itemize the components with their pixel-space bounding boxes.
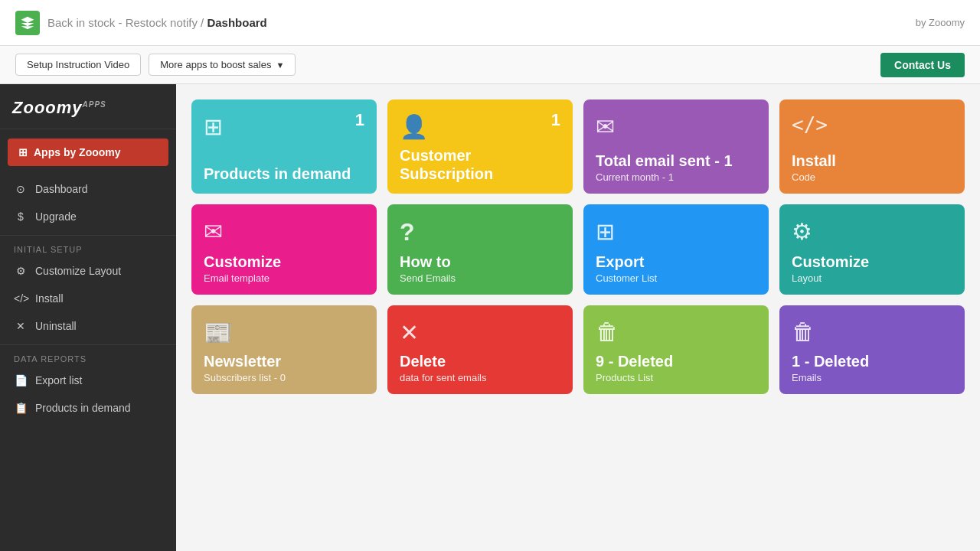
sidebar-item-label: Dashboard: [35, 183, 88, 195]
card-content: 9 - Deleted Products List: [596, 352, 673, 383]
apps-btn-label: Apps by Zooomy: [34, 146, 121, 158]
topbar-brand: Back in stock - Restock notify / Dashboa…: [15, 11, 267, 35]
gear-icon: ⚙: [14, 265, 28, 277]
apps-by-zooomy-button[interactable]: ⊞ Apps by Zooomy: [8, 139, 168, 166]
card-content: Install Code: [792, 152, 836, 183]
card-subtitle: Customer List: [596, 272, 657, 284]
card-content: Customize Email template: [204, 253, 281, 284]
card-deleted-products-list[interactable]: 🗑 9 - Deleted Products List: [583, 305, 769, 394]
delete-icon: ✕: [400, 319, 419, 346]
grid-icon: ⊞: [204, 113, 223, 140]
card-total-email-sent[interactable]: ✉ Total email sent - 1 Current month - 1: [583, 99, 769, 194]
trash-bin-icon: 🗑: [792, 319, 815, 345]
card-number: 1: [355, 110, 364, 130]
card-subtitle: data for sent emails: [400, 372, 486, 383]
main-content: ⊞ 1 Products in demand 👤 1 Customer Subs…: [176, 84, 980, 551]
sidebar-item-label: Upgrade: [35, 210, 77, 223]
breadcrumb-brand: Back in stock - Restock notify: [47, 16, 198, 29]
breadcrumb-sep: /: [198, 16, 207, 29]
list-icon: 📋: [14, 402, 28, 414]
more-apps-button[interactable]: More apps to boost sales ▼: [149, 54, 296, 76]
toolbar: Setup Instruction Video More apps to boo…: [0, 46, 980, 84]
sidebar-logo-text: ZooomyAPPS: [12, 98, 164, 118]
sidebar-logo: ZooomyAPPS: [0, 84, 176, 129]
sidebar-item-uninstall[interactable]: ✕ Uninstall: [0, 312, 176, 340]
card-number: 1: [551, 110, 560, 130]
by-label: by Zooomy: [916, 17, 965, 28]
dashboard-icon: ⊙: [14, 183, 28, 195]
card-content: Total email sent - 1 Current month - 1: [596, 152, 733, 183]
user-icon: 👤: [400, 113, 428, 140]
card-content: 1 - Deleted Emails: [792, 352, 869, 383]
card-title: 1 - Deleted: [792, 352, 869, 370]
card-subtitle: Emails: [792, 372, 869, 383]
sidebar-item-label: Uninstall: [35, 320, 77, 332]
breadcrumb-page: Dashboard: [207, 16, 266, 29]
sidebar-item-upgrade[interactable]: $ Upgrade: [0, 203, 176, 230]
card-customize-email[interactable]: ✉ Customize Email template: [191, 204, 377, 295]
dashboard-cards-grid: ⊞ 1 Products in demand 👤 1 Customer Subs…: [191, 99, 965, 394]
newsletter-icon: 📰: [204, 319, 232, 346]
trash-icon: 🗑: [596, 319, 619, 345]
brand-logo-icon: [15, 11, 40, 35]
sidebar-item-export-list[interactable]: 📄 Export list: [0, 367, 176, 394]
toolbar-left: Setup Instruction Video More apps to boo…: [15, 54, 296, 76]
sidebar: ZooomyAPPS ⊞ Apps by Zooomy ⊙ Dashboard …: [0, 84, 176, 551]
close-icon: ✕: [14, 320, 28, 332]
card-newsletter-subscribers[interactable]: 📰 Newsletter Subscribers list - 0: [191, 305, 377, 394]
sidebar-section-data-reports: DATA REPORTS: [0, 344, 176, 367]
card-content: Newsletter Subscribers list - 0: [204, 352, 286, 383]
sidebar-item-products-in-demand[interactable]: 📋 Products in demand: [0, 394, 176, 422]
card-subtitle: Current month - 1: [596, 171, 733, 183]
card-title: How to: [400, 253, 456, 271]
card-subtitle: Products List: [596, 372, 673, 383]
card-title: Customer Subscription: [400, 146, 560, 183]
code-icon: </>: [14, 292, 28, 305]
card-products-in-demand[interactable]: ⊞ 1 Products in demand: [191, 99, 377, 194]
contact-us-button[interactable]: Contact Us: [880, 53, 965, 77]
card-title: Total email sent - 1: [596, 152, 733, 170]
card-export-customer-list[interactable]: ⊞ Export Customer List: [583, 204, 769, 295]
sidebar-item-dashboard[interactable]: ⊙ Dashboard: [0, 175, 176, 203]
sidebar-section-initial-setup: INITIAL SETUP: [0, 235, 176, 257]
card-content: Delete data for sent emails: [400, 352, 486, 383]
card-deleted-emails[interactable]: 🗑 1 - Deleted Emails: [779, 305, 965, 394]
envelope-icon: ✉: [596, 113, 615, 140]
card-title: Products in demand: [204, 165, 351, 183]
card-content: Export Customer List: [596, 253, 657, 284]
card-install-code[interactable]: </> Install Code: [779, 99, 965, 194]
card-how-to-send-emails[interactable]: ? How to Send Emails: [387, 204, 573, 295]
card-subtitle: Send Emails: [400, 272, 456, 284]
sidebar-item-label: Install: [35, 292, 64, 305]
card-customize-layout[interactable]: ⚙ Customize Layout: [779, 204, 965, 295]
sidebar-item-install[interactable]: </> Install: [0, 285, 176, 312]
card-subtitle: Email template: [204, 272, 281, 284]
settings-icon: ⚙: [792, 218, 812, 245]
export-icon: 📄: [14, 374, 28, 386]
sidebar-item-customize-layout[interactable]: ⚙ Customize Layout: [0, 257, 176, 285]
apps-grid-icon: ⊞: [18, 146, 28, 158]
table-icon: ⊞: [596, 218, 615, 245]
sidebar-item-label: Products in demand: [35, 402, 131, 414]
email-icon: ✉: [204, 218, 223, 245]
sidebar-item-label: Customize Layout: [35, 265, 121, 277]
card-title: Newsletter: [204, 352, 286, 370]
topbar: Back in stock - Restock notify / Dashboa…: [0, 0, 980, 46]
more-apps-label: More apps to boost sales: [160, 59, 271, 70]
card-title: Customize: [792, 253, 869, 271]
card-customer-subscription[interactable]: 👤 1 Customer Subscription: [387, 99, 573, 194]
setup-video-button[interactable]: Setup Instruction Video: [15, 54, 141, 76]
code-tag-icon: </>: [792, 113, 828, 136]
breadcrumb: Back in stock - Restock notify / Dashboa…: [47, 16, 267, 29]
card-title: 9 - Deleted: [596, 352, 673, 370]
card-subtitle: Subscribers list - 0: [204, 372, 286, 383]
card-title: Delete: [400, 352, 486, 370]
card-content: Products in demand: [204, 165, 351, 183]
chevron-down-icon: ▼: [276, 60, 284, 70]
question-icon: ?: [400, 218, 415, 246]
card-delete-sent-emails[interactable]: ✕ Delete data for sent emails: [387, 305, 573, 394]
card-content: Customize Layout: [792, 253, 869, 284]
dollar-icon: $: [14, 210, 28, 223]
card-title: Export: [596, 253, 657, 271]
card-title: Customize: [204, 253, 281, 271]
